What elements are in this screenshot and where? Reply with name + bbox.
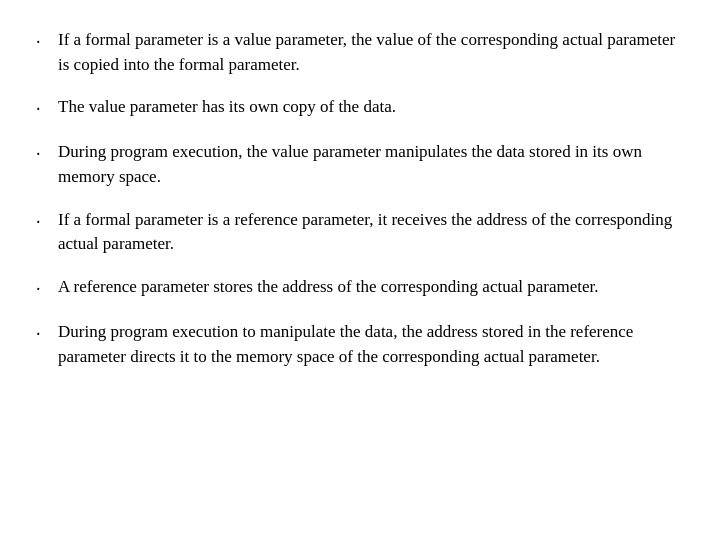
list-item: ·The value parameter has its own copy of… [36,95,684,122]
bullet-dot-icon: · [36,30,58,55]
bullet-text-1: If a formal parameter is a value paramet… [58,28,684,77]
list-item: ·If a formal parameter is a value parame… [36,28,684,77]
main-content: ·If a formal parameter is a value parame… [0,0,720,416]
list-item: ·If a formal parameter is a reference pa… [36,208,684,257]
bullet-dot-icon: · [36,142,58,167]
bullet-text-2: The value parameter has its own copy of … [58,95,684,120]
list-item: ·During program execution, the value par… [36,140,684,189]
bullet-text-5: A reference parameter stores the address… [58,275,684,300]
list-item: ·During program execution to manipulate … [36,320,684,369]
bullet-dot-icon: · [36,322,58,347]
bullet-text-3: During program execution, the value para… [58,140,684,189]
bullet-dot-icon: · [36,277,58,302]
bullet-dot-icon: · [36,97,58,122]
bullet-dot-icon: · [36,210,58,235]
bullet-text-6: During program execution to manipulate t… [58,320,684,369]
bullet-text-4: If a formal parameter is a reference par… [58,208,684,257]
list-item: ·A reference parameter stores the addres… [36,275,684,302]
